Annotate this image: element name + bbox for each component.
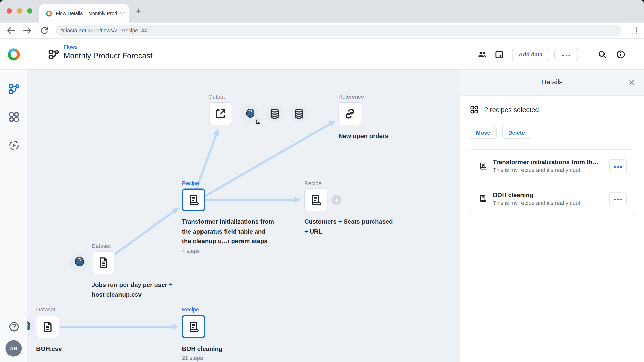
recipe-icon bbox=[478, 194, 487, 203]
recipe-icon bbox=[187, 320, 200, 333]
add-step-button[interactable] bbox=[332, 195, 341, 205]
postgresql-icon bbox=[243, 107, 256, 120]
flow-icon bbox=[8, 83, 20, 95]
node-type-label: Recipe bbox=[182, 180, 199, 186]
run-jobs-icon bbox=[8, 140, 20, 151]
schedule-icon[interactable] bbox=[495, 50, 504, 59]
list-item-text: Transformer initializations from th… Thi… bbox=[493, 158, 603, 174]
database-icon bbox=[293, 108, 305, 119]
info-icon[interactable] bbox=[616, 50, 626, 59]
node-name: BOH.csv bbox=[36, 344, 62, 353]
traffic-light-zoom-icon[interactable] bbox=[27, 8, 32, 14]
details-panel-header: Details bbox=[460, 70, 644, 96]
node-type-label: Recipe bbox=[304, 180, 322, 186]
help-button[interactable] bbox=[8, 321, 20, 333]
output-database-chip[interactable] bbox=[266, 105, 284, 123]
breadcrumb[interactable]: Flows bbox=[64, 44, 77, 50]
trifacta-favicon bbox=[45, 10, 53, 17]
header-divider bbox=[585, 49, 585, 60]
move-button[interactable]: Move bbox=[470, 127, 496, 139]
selection-count: 2 recipes selected bbox=[484, 106, 539, 113]
node-name: BOH cleaning bbox=[182, 344, 222, 353]
list-item[interactable]: BOH cleaning This is my recipe and it’s … bbox=[469, 182, 635, 215]
app-header: Flows Monthly Product Forecast Add data bbox=[0, 39, 644, 70]
recipe-icon bbox=[309, 193, 322, 206]
export-icon bbox=[214, 107, 227, 120]
traffic-light-minimize-icon[interactable] bbox=[17, 8, 22, 14]
left-sidebar: AB bbox=[0, 70, 27, 362]
item-more-button[interactable] bbox=[609, 192, 627, 205]
dataset-postgres-chip[interactable] bbox=[69, 253, 89, 272]
calendar-icon bbox=[255, 119, 261, 124]
sidebar-item-flows[interactable] bbox=[8, 83, 20, 95]
flow-canvas[interactable]: Output Reference New open orders bbox=[27, 70, 460, 362]
item-more-button[interactable] bbox=[609, 159, 627, 172]
file-icon bbox=[41, 320, 54, 333]
tab-strip: Flow Details – Monthly Produc + bbox=[0, 0, 644, 23]
node-type-label: Recipe bbox=[182, 307, 199, 313]
grid-icon bbox=[8, 111, 20, 123]
ellipsis-icon bbox=[614, 166, 622, 168]
recipe-node-transformer[interactable] bbox=[182, 188, 205, 211]
details-panel: Details 2 recipes selected Move Delete T… bbox=[460, 70, 644, 362]
list-item-text: BOH cleaning This is my recipe and it’s … bbox=[493, 190, 603, 207]
delete-button[interactable]: Delete bbox=[502, 127, 531, 139]
collaborators-icon[interactable] bbox=[478, 50, 487, 59]
node-name: New open orders bbox=[338, 131, 388, 141]
recipe-node-customers[interactable] bbox=[304, 188, 327, 211]
tab-close-icon[interactable] bbox=[118, 10, 126, 17]
grid-icon bbox=[470, 105, 479, 114]
reference-node[interactable] bbox=[338, 102, 361, 125]
more-actions-button[interactable] bbox=[554, 48, 578, 61]
sidebar-item-jobs[interactable] bbox=[8, 140, 20, 151]
node-name: Customers + Seats purchased + URL bbox=[304, 217, 393, 236]
output-database-chip[interactable] bbox=[290, 105, 308, 123]
search-icon[interactable] bbox=[598, 50, 607, 59]
trifacta-logo bbox=[6, 47, 21, 62]
sidebar-item-library[interactable] bbox=[8, 111, 20, 123]
avatar[interactable]: AB bbox=[5, 340, 22, 356]
node-type-label: Reference bbox=[338, 94, 364, 100]
node-type-label: Dataset bbox=[92, 243, 111, 249]
add-data-button[interactable]: Add data bbox=[512, 48, 549, 61]
recipe-node-boh[interactable] bbox=[182, 315, 205, 338]
selection-actions: Move Delete bbox=[470, 127, 531, 139]
new-tab-button[interactable]: + bbox=[133, 6, 144, 17]
help-icon bbox=[8, 321, 20, 333]
output-node[interactable] bbox=[209, 102, 232, 125]
ellipsis-icon bbox=[562, 55, 570, 56]
address-bar[interactable]: trifacta.net:3005/flows/21?recipe=44 bbox=[55, 25, 621, 36]
close-icon[interactable] bbox=[628, 78, 636, 87]
database-icon bbox=[269, 108, 280, 119]
dataset-node-jobs[interactable] bbox=[92, 251, 115, 274]
steps-count: 21 steps bbox=[182, 355, 203, 361]
back-icon[interactable] bbox=[7, 26, 16, 35]
screen: Flow Details – Monthly Produc + trifacta… bbox=[0, 0, 644, 362]
file-icon bbox=[97, 256, 110, 269]
recipe-icon bbox=[187, 193, 200, 206]
browser-tab[interactable]: Flow Details – Monthly Produc bbox=[39, 4, 129, 22]
selected-recipes-list: Transformer initializations from th… Thi… bbox=[469, 149, 635, 215]
recipe-icon bbox=[478, 161, 487, 170]
browser-menu-icon[interactable] bbox=[632, 26, 641, 35]
traffic-light-close-icon[interactable] bbox=[7, 8, 12, 14]
plus-icon bbox=[334, 197, 339, 202]
flow-icon bbox=[48, 49, 59, 60]
tab-title: Flow Details – Monthly Produc bbox=[56, 11, 117, 16]
steps-count: 4 steps bbox=[182, 248, 200, 254]
ellipsis-icon bbox=[614, 199, 622, 200]
postgresql-icon bbox=[27, 320, 32, 333]
dataset-node-boh[interactable] bbox=[36, 315, 59, 338]
list-item[interactable]: Transformer initializations from th… Thi… bbox=[469, 150, 635, 182]
link-icon bbox=[343, 107, 356, 120]
node-type-label: Dataset bbox=[36, 307, 55, 313]
list-item-title: Transformer initializations from th… bbox=[493, 158, 603, 166]
node-name: Jobs run per day per user + host cleanup… bbox=[92, 280, 173, 299]
postgresql-icon bbox=[72, 256, 86, 269]
url-text: trifacta.net:3005/flows/21?recipe=44 bbox=[61, 27, 147, 33]
forward-icon[interactable] bbox=[23, 26, 32, 35]
reload-icon[interactable] bbox=[39, 26, 49, 35]
list-item-subtitle: This is my recipe and it’s really cool bbox=[493, 199, 603, 207]
selection-summary: 2 recipes selected bbox=[470, 105, 539, 114]
app-body: AB Output bbox=[0, 70, 644, 362]
